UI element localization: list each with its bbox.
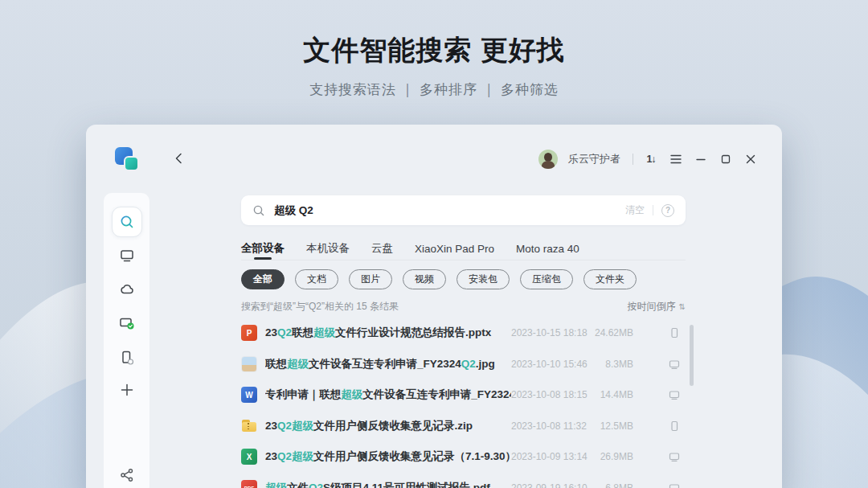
zip-file-icon [241, 418, 257, 434]
titlebar-controls: 乐云守护者 1↓ [538, 149, 758, 170]
titlebar-divider [633, 154, 633, 165]
file-size: 8.3MB [585, 359, 633, 370]
file-name: 专利申请｜联想超级文件设备互连专利申请_FY2324Q2.docx [265, 388, 511, 402]
close-button[interactable] [743, 152, 758, 166]
sidebar-item-this-pc[interactable] [119, 248, 135, 264]
sidebar-item-add[interactable] [120, 383, 134, 397]
file-name: 23Q2超级文件用户侧反馈收集意见记录（7.1-9.30）.xls [265, 449, 511, 464]
app-logo-icon [115, 147, 144, 174]
filter-chip[interactable]: 图片 [349, 269, 392, 289]
device-tab[interactable]: 云盘 [371, 241, 393, 256]
file-date: 2023-10-15 18:18 [511, 327, 585, 338]
device-tabs: 全部设备本机设备云盘XiaoXin Pad ProMoto raza 40 [241, 240, 579, 257]
search-input[interactable] [274, 204, 625, 216]
device-tab[interactable]: XiaoXin Pad Pro [415, 243, 494, 255]
table-row[interactable]: W专利申请｜联想超级文件设备互连专利申请_FY2324Q2.docx2023-1… [241, 379, 691, 411]
table-row[interactable]: 23Q2超级文件用户侧反馈收集意见记录.zip2023-10-08 11:321… [241, 411, 691, 442]
results-summary: 搜索到“超级”与“Q2”相关的 15 条结果 [241, 300, 399, 314]
file-date: 2023-10-09 13:14 [511, 451, 585, 462]
filter-chip[interactable]: 压缩包 [520, 269, 573, 289]
page-subtitle: 支持搜索语法 ｜ 多种排序 ｜ 多种筛选 [0, 80, 868, 99]
pdf-file-icon: PDF [241, 480, 257, 488]
file-size: 6.8MB [585, 482, 633, 488]
menu-icon[interactable] [669, 152, 683, 166]
device-tab[interactable]: 本机设备 [306, 241, 350, 256]
sort-dropdown[interactable]: 按时间倒序 ⇅ [628, 300, 686, 314]
xls-file-icon: X [241, 449, 257, 465]
file-date: 2023-10-08 11:32 [511, 420, 585, 432]
file-date: 2023-10-10 15:46 [511, 359, 585, 370]
file-size: 26.9MB [585, 451, 633, 462]
pc-device-icon [657, 388, 691, 401]
phone-device-icon [657, 420, 691, 433]
pc-device-icon [657, 482, 691, 488]
device-tab[interactable]: 全部设备 [241, 241, 285, 256]
sidebar-item-device-connected[interactable] [118, 315, 136, 331]
maximize-button[interactable] [719, 152, 733, 166]
app-window: 乐云守护者 1↓ [86, 125, 782, 488]
jpg-file-icon [241, 356, 257, 372]
avatar[interactable] [538, 150, 558, 169]
filter-chip[interactable]: 安装包 [457, 269, 510, 289]
file-date: 2023-09-19 16:10 [511, 482, 585, 488]
sidebar-item-search[interactable] [112, 207, 142, 237]
filter-chip[interactable]: 文件夹 [583, 269, 637, 289]
file-date: 2023-10-08 18:15 [511, 389, 585, 400]
device-tab[interactable]: Moto raza 40 [516, 243, 579, 255]
page-title: 文件智能搜索 更好找 [0, 32, 868, 69]
tabs-separator [241, 260, 686, 260]
help-icon[interactable]: ? [661, 204, 674, 217]
file-name: 23Q2超级文件用户侧反馈收集意见记录.zip [265, 419, 511, 433]
filter-chip[interactable]: 文档 [295, 269, 338, 289]
table-row[interactable]: X23Q2超级文件用户侧反馈收集意见记录（7.1-9.30）.xls2023-1… [241, 441, 691, 473]
minimize-button[interactable] [694, 152, 708, 166]
pc-device-icon [657, 358, 691, 371]
pc-device-icon [657, 450, 691, 463]
results-meta: 搜索到“超级”与“Q2”相关的 15 条结果 按时间倒序 ⇅ [241, 300, 686, 314]
file-size: 12.5MB [585, 420, 633, 432]
docx-file-icon: W [241, 387, 257, 403]
file-name: 23Q2联想超级文件行业设计规范总结报告.pptx [265, 326, 511, 340]
search-icon [252, 204, 265, 217]
search-bar: 清空 ? [241, 195, 686, 225]
sort-label: 按时间倒序 [628, 300, 676, 314]
sort-order-icon[interactable]: 1↓ [644, 152, 658, 166]
file-name: 超级文件Q2S级项目4.11号可用性测试报告.pdf [265, 481, 511, 488]
sidebar [104, 193, 149, 488]
file-list: P23Q2联想超级文件行业设计规范总结报告.pptx2023-10-15 18:… [241, 318, 691, 488]
filter-chip[interactable]: 全部 [241, 269, 285, 289]
phone-device-icon [657, 326, 691, 339]
pptx-file-icon: P [241, 325, 257, 341]
search-divider [653, 205, 653, 215]
file-size: 14.4MB [585, 389, 633, 400]
scrollbar-thumb[interactable] [690, 325, 694, 386]
filter-chips: 全部文档图片视频安装包压缩包文件夹 [241, 269, 637, 289]
sort-caret-icon: ⇅ [679, 302, 686, 311]
table-row[interactable]: P23Q2联想超级文件行业设计规范总结报告.pptx2023-10-15 18:… [241, 318, 691, 349]
file-size: 24.62MB [585, 327, 633, 338]
sidebar-item-cloud[interactable] [119, 281, 135, 297]
table-row[interactable]: PDF超级文件Q2S级项目4.11号可用性测试报告.pdf2023-09-19 … [241, 473, 691, 488]
clear-search-button[interactable]: 清空 [625, 203, 645, 217]
filter-chip[interactable]: 视频 [403, 269, 446, 289]
user-name[interactable]: 乐云守护者 [568, 152, 620, 166]
file-name: 联想超级文件设备互连专利申请_FY2324Q2.jpg [265, 357, 511, 371]
back-button[interactable] [171, 151, 186, 166]
share-icon[interactable] [120, 468, 134, 482]
sidebar-item-phone[interactable] [119, 350, 135, 366]
table-row[interactable]: 联想超级文件设备互连专利申请_FY2324Q2.jpg2023-10-10 15… [241, 349, 691, 380]
